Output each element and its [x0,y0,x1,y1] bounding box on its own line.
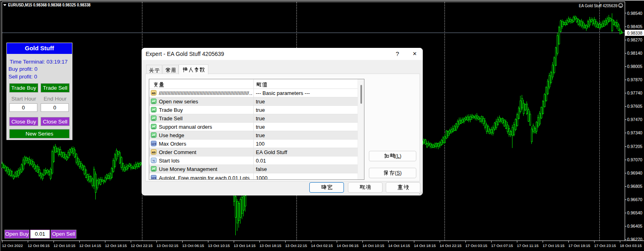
svg-text:0.98270: 0.98270 [627,37,642,42]
svg-text:0.97205: 0.97205 [627,144,642,149]
svg-text:ab: ab [152,91,155,95]
svg-text:14 Oct 02:15: 14 Oct 02:15 [311,243,333,248]
svg-text:0.98140: 0.98140 [627,51,642,56]
svg-text:14 Oct 14:15: 14 Oct 14:15 [388,243,410,248]
svg-text:13 Oct 02:15: 13 Oct 02:15 [156,243,178,248]
svg-text:0.96805: 0.96805 [627,184,642,189]
svg-text:18 Oct 03:15: 18 Oct 03:15 [620,243,642,248]
svg-text:12 Oct 06:15: 12 Oct 06:15 [28,243,49,248]
svg-text:0.98405: 0.98405 [627,24,642,29]
svg-text:0.97740: 0.97740 [627,91,642,95]
svg-text:EA Gold Stuff 4205639: EA Gold Stuff 4205639 [579,3,617,8]
svg-text:13 Oct 14:15: 13 Oct 14:15 [234,243,255,248]
svg-text:12 Oct 2022: 12 Oct 2022 [2,243,23,248]
svg-text:13 Oct 06:15: 13 Oct 06:15 [182,243,204,248]
svg-text:17 Oct 19:15: 17 Oct 19:15 [568,243,590,248]
svg-text:14 Oct 10:15: 14 Oct 10:15 [362,243,384,248]
svg-text:17 Oct 11:15: 17 Oct 11:15 [517,243,539,248]
svg-text:0.96540: 0.96540 [627,210,642,215]
svg-text:EURUSD,M15 0.98368 0.98368 0.: EURUSD,M15 0.98368 0.98368 0.98325 0.983… [8,2,91,7]
svg-text:17 Oct 15:15: 17 Oct 15:15 [543,243,564,248]
svg-text:0.98540: 0.98540 [627,11,642,16]
svg-text:13 Oct 22:15: 13 Oct 22:15 [285,243,307,248]
svg-text:ab: ab [152,150,155,154]
svg-text:12 Oct 14:15: 12 Oct 14:15 [79,243,101,248]
svg-text:13 Oct 18:15: 13 Oct 18:15 [259,243,281,248]
svg-text:12 Oct 22:15: 12 Oct 22:15 [131,243,152,248]
svg-text:0.97870: 0.97870 [627,77,642,82]
svg-text:14 Oct 06:15: 14 Oct 06:15 [337,243,358,248]
svg-text:0.98005: 0.98005 [627,64,642,69]
svg-text:13 Oct 10:15: 13 Oct 10:15 [208,243,230,248]
svg-text:12 Oct 10:15: 12 Oct 10:15 [53,243,75,248]
svg-text:17 Oct 03:15: 17 Oct 03:15 [465,243,487,248]
svg-text:14 Oct 22:15: 14 Oct 22:15 [440,243,461,248]
svg-text:0.97340: 0.97340 [627,130,642,135]
svg-text:0.98338: 0.98338 [627,31,642,35]
svg-text:17 Oct 23:15: 17 Oct 23:15 [594,243,616,248]
svg-text:0.96940: 0.96940 [627,171,642,175]
svg-text:0.97605: 0.97605 [627,104,642,109]
svg-text:0.96270: 0.96270 [627,237,642,242]
svg-text:12 Oct 18:15: 12 Oct 18:15 [105,243,127,248]
svg-text:17 Oct 07:15: 17 Oct 07:15 [491,243,513,248]
svg-text:0.97070: 0.97070 [627,157,642,162]
svg-text:½: ½ [152,159,155,163]
svg-text:123: 123 [151,176,156,179]
svg-text:0.96670: 0.96670 [627,197,642,202]
svg-text:0.96405: 0.96405 [627,224,642,228]
svg-text:0.97470: 0.97470 [627,117,642,122]
svg-text:123: 123 [151,142,156,145]
svg-text:14 Oct 18:15: 14 Oct 18:15 [414,243,436,248]
